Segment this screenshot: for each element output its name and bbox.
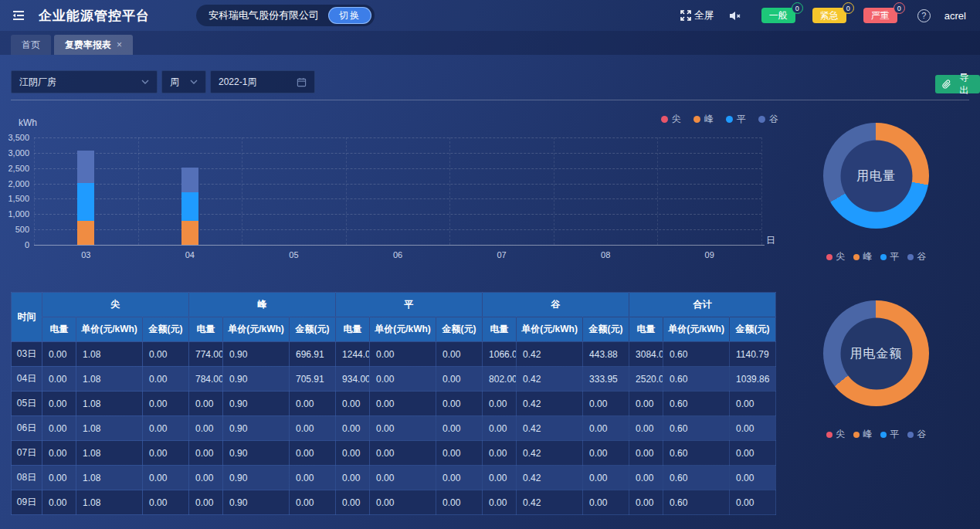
table-cell: 0.00 [436,367,483,392]
table-cell: 0.00 [370,466,436,490]
time-cell: 08日 [12,466,42,490]
tab-0[interactable]: 首页 [11,35,51,55]
table-cell: 0.00 [583,392,629,416]
table-cell: 1039.86 [730,367,776,392]
table-cell: 0.42 [517,441,583,466]
legend-item-谷[interactable]: 谷 [907,428,927,441]
time-cell: 07日 [12,441,42,466]
bar-segment-平 [181,192,198,221]
table-cell: 0.00 [290,441,336,466]
page: 企业能源管控平台 安科瑞电气股份有限公司 切换 全屏 一般0紧急0严重0 ? a… [0,0,980,529]
table-cell: 0.00 [189,466,223,490]
period-select[interactable]: 周 [161,70,206,93]
x-axis-line [34,245,765,246]
table-cell: 0.00 [143,367,189,392]
col-sub-header: 金额(元) [436,317,483,342]
legend-item-峰[interactable]: 峰 [693,113,714,126]
help-icon[interactable]: ? [917,9,931,22]
table-row: 05日0.001.080.000.000.900.000.000.000.000… [12,392,776,416]
table-cell: 0.00 [629,416,663,441]
table-cell: 0.00 [42,416,76,441]
col-group-header-峰: 峰 [189,293,336,317]
legend-dot [853,432,860,438]
table-cell: 0.00 [629,392,663,416]
table-cell: 0.00 [436,466,483,490]
mute-icon[interactable] [728,10,741,22]
legend-item-峰[interactable]: 峰 [853,250,873,263]
table-cell: 0.00 [583,416,629,441]
alarm-chip-2[interactable]: 严重0 [863,8,897,23]
x-axis-tick-label: 08 [582,250,629,259]
gridline [34,229,761,230]
gridline [34,137,761,138]
table-cell: 0.00 [370,490,436,515]
tab-label: 首页 [22,39,40,52]
table-cell: 1.08 [76,466,143,490]
col-sub-header: 电量 [483,317,517,342]
table-cell: 0.00 [730,490,776,515]
table-cell: 0.00 [189,416,223,441]
site-select[interactable]: 江阴厂房 [11,70,158,93]
legend-label: 尖 [672,113,681,126]
fullscreen-button[interactable]: 全屏 [680,8,714,22]
legend-item-谷[interactable]: 谷 [907,250,927,263]
username[interactable]: acrel [944,10,966,22]
legend-item-平[interactable]: 平 [726,113,746,126]
alarm-chip-0[interactable]: 一般0 [761,8,795,23]
col-group-header-平: 平 [336,293,483,317]
table-cell: 0.00 [730,466,776,490]
y-axis-tick-label: 0 [2,240,29,249]
table-cell: 0.42 [517,416,583,441]
col-sub-header: 电量 [336,317,370,342]
legend-dot [826,254,832,260]
legend-item-峰[interactable]: 峰 [853,428,873,441]
legend-item-尖[interactable]: 尖 [661,113,681,126]
table-row: 06日0.001.080.000.000.900.000.000.000.000… [12,416,776,441]
legend-item-平[interactable]: 平 [880,428,900,441]
legend-item-谷[interactable]: 谷 [758,113,778,126]
table-cell: 784.00 [189,367,223,392]
table-row: 08日0.001.080.000.000.900.000.000.000.000… [12,466,776,490]
time-cell: 09日 [12,490,42,515]
legend-item-尖[interactable]: 尖 [826,428,846,441]
legend-item-平[interactable]: 平 [880,250,900,263]
table-cell: 0.60 [663,441,730,466]
table-cell: 0.00 [290,392,336,416]
gridline [34,168,761,169]
table-cell: 0.00 [483,392,517,416]
col-sub-header: 单价(元/kWh) [517,317,583,342]
alarm-count-badge: 0 [792,2,803,14]
table-cell: 0.00 [42,392,76,416]
table-cell: 0.00 [143,490,189,515]
table-cell: 0.00 [143,342,189,367]
legend-label: 平 [737,113,746,126]
date-picker[interactable]: 2022-1周 [210,70,315,93]
table-cell: 696.91 [290,342,336,367]
table-cell: 0.90 [223,367,290,392]
bar-segment-谷 [77,151,94,183]
table-cell: 0.00 [143,441,189,466]
switch-company-button[interactable]: 切换 [328,7,371,24]
table-cell: 1244.00 [336,342,370,367]
col-group-header-合计: 合计 [629,293,776,317]
table-cell: 1.08 [76,441,143,466]
bar-segment-谷 [181,168,198,192]
bar-segment-平 [77,183,94,221]
table-cell: 0.00 [370,416,436,441]
collapse-menu-icon[interactable] [11,8,26,23]
table-cell: 0.00 [42,466,76,490]
export-button[interactable]: 导出 [935,75,980,93]
legend-label: 谷 [917,428,927,441]
gridline [34,153,761,154]
close-tab-icon[interactable]: × [117,39,122,50]
table-cell: 0.00 [143,416,189,441]
legend-dot [661,116,668,123]
export-label: 导出 [955,71,973,97]
table-cell: 0.00 [189,441,223,466]
alarm-chip-1[interactable]: 紧急0 [812,8,846,23]
table-cell: 1.08 [76,490,143,515]
tab-1[interactable]: 复费率报表× [54,35,133,55]
legend-item-尖[interactable]: 尖 [826,250,846,263]
time-cell: 03日 [12,342,42,367]
table-cell: 0.00 [336,441,370,466]
